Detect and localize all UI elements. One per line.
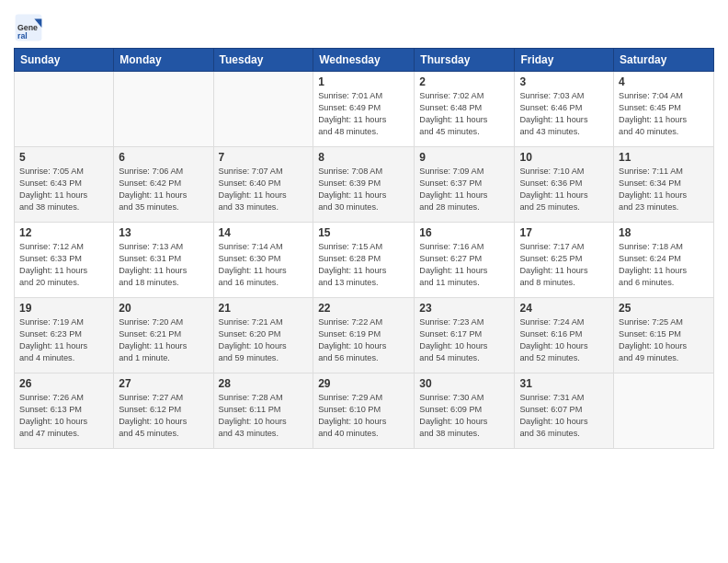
day-info: Sunrise: 7:06 AM Sunset: 6:42 PM Dayligh…: [119, 166, 208, 213]
calendar-day-22: 22Sunrise: 7:22 AM Sunset: 6:19 PM Dayli…: [313, 298, 415, 373]
day-number: 18: [619, 226, 709, 239]
day-info: Sunrise: 7:31 AM Sunset: 6:07 PM Dayligh…: [519, 392, 609, 440]
calendar-page: Gene ral SundayMondayTuesdayWednesdayThu…: [0, 0, 728, 563]
day-number: 8: [318, 151, 409, 164]
calendar-day-4: 4Sunrise: 7:04 AM Sunset: 6:45 PM Daylig…: [614, 72, 714, 147]
calendar-day-empty: [614, 373, 714, 449]
logo-icon: Gene ral: [14, 13, 43, 42]
day-number: 2: [419, 75, 509, 88]
day-info: Sunrise: 7:02 AM Sunset: 6:48 PM Dayligh…: [419, 90, 509, 138]
day-info: Sunrise: 7:27 AM Sunset: 6:12 PM Dayligh…: [119, 392, 208, 440]
header: Gene ral: [14, 9, 714, 42]
calendar-day-2: 2Sunrise: 7:02 AM Sunset: 6:48 PM Daylig…: [415, 72, 515, 147]
calendar-day-3: 3Sunrise: 7:03 AM Sunset: 6:46 PM Daylig…: [515, 72, 614, 147]
calendar-day-8: 8Sunrise: 7:08 AM Sunset: 6:39 PM Daylig…: [313, 147, 415, 223]
day-info: Sunrise: 7:13 AM Sunset: 6:31 PM Dayligh…: [119, 241, 208, 289]
day-info: Sunrise: 7:19 AM Sunset: 6:23 PM Dayligh…: [19, 316, 108, 364]
day-number: 31: [519, 377, 609, 390]
day-number: 6: [119, 151, 208, 164]
day-number: 20: [119, 302, 208, 315]
day-info: Sunrise: 7:01 AM Sunset: 6:49 PM Dayligh…: [318, 90, 409, 138]
day-number: 23: [419, 302, 509, 315]
day-number: 26: [19, 377, 108, 390]
day-info: Sunrise: 7:16 AM Sunset: 6:27 PM Dayligh…: [419, 241, 509, 289]
calendar-week-1: 1Sunrise: 7:01 AM Sunset: 6:49 PM Daylig…: [15, 72, 714, 147]
logo: Gene ral: [14, 13, 47, 42]
calendar-day-11: 11Sunrise: 7:11 AM Sunset: 6:34 PM Dayli…: [614, 147, 714, 223]
day-number: 12: [19, 226, 108, 239]
calendar-day-7: 7Sunrise: 7:07 AM Sunset: 6:40 PM Daylig…: [213, 147, 313, 223]
day-info: Sunrise: 7:14 AM Sunset: 6:30 PM Dayligh…: [219, 241, 309, 289]
day-info: Sunrise: 7:23 AM Sunset: 6:17 PM Dayligh…: [419, 316, 509, 364]
calendar-week-4: 19Sunrise: 7:19 AM Sunset: 6:23 PM Dayli…: [15, 298, 714, 373]
day-number: 10: [519, 151, 609, 164]
day-info: Sunrise: 7:09 AM Sunset: 6:37 PM Dayligh…: [419, 166, 509, 213]
day-info: Sunrise: 7:26 AM Sunset: 6:13 PM Dayligh…: [19, 392, 108, 440]
day-info: Sunrise: 7:15 AM Sunset: 6:28 PM Dayligh…: [318, 241, 409, 289]
day-number: 28: [219, 377, 309, 390]
day-info: Sunrise: 7:18 AM Sunset: 6:24 PM Dayligh…: [619, 241, 709, 289]
calendar-day-18: 18Sunrise: 7:18 AM Sunset: 6:24 PM Dayli…: [614, 223, 714, 298]
calendar-day-25: 25Sunrise: 7:25 AM Sunset: 6:15 PM Dayli…: [614, 298, 714, 373]
day-number: 13: [119, 226, 208, 239]
header-thursday: Thursday: [415, 49, 515, 72]
day-number: 21: [219, 302, 309, 315]
day-number: 3: [519, 75, 609, 88]
calendar-day-20: 20Sunrise: 7:20 AM Sunset: 6:21 PM Dayli…: [114, 298, 213, 373]
day-number: 9: [419, 151, 509, 164]
calendar-day-1: 1Sunrise: 7:01 AM Sunset: 6:49 PM Daylig…: [313, 72, 415, 147]
day-number: 7: [219, 151, 309, 164]
calendar-day-6: 6Sunrise: 7:06 AM Sunset: 6:42 PM Daylig…: [114, 147, 213, 223]
calendar-day-23: 23Sunrise: 7:23 AM Sunset: 6:17 PM Dayli…: [415, 298, 515, 373]
day-info: Sunrise: 7:21 AM Sunset: 6:20 PM Dayligh…: [219, 316, 309, 364]
calendar-day-empty: [15, 72, 114, 147]
day-info: Sunrise: 7:10 AM Sunset: 6:36 PM Dayligh…: [519, 166, 609, 213]
calendar-day-21: 21Sunrise: 7:21 AM Sunset: 6:20 PM Dayli…: [213, 298, 313, 373]
svg-text:ral: ral: [17, 31, 28, 40]
day-number: 16: [419, 226, 509, 239]
header-sunday: Sunday: [15, 49, 114, 72]
calendar-day-14: 14Sunrise: 7:14 AM Sunset: 6:30 PM Dayli…: [213, 223, 313, 298]
day-number: 30: [419, 377, 509, 390]
calendar-day-15: 15Sunrise: 7:15 AM Sunset: 6:28 PM Dayli…: [313, 223, 415, 298]
calendar-day-19: 19Sunrise: 7:19 AM Sunset: 6:23 PM Dayli…: [15, 298, 114, 373]
day-number: 4: [619, 75, 709, 88]
calendar-day-empty: [213, 72, 313, 147]
day-number: 27: [119, 377, 208, 390]
calendar-day-26: 26Sunrise: 7:26 AM Sunset: 6:13 PM Dayli…: [15, 373, 114, 449]
day-number: 25: [619, 302, 709, 315]
day-info: Sunrise: 7:04 AM Sunset: 6:45 PM Dayligh…: [619, 90, 709, 138]
day-info: Sunrise: 7:28 AM Sunset: 6:11 PM Dayligh…: [219, 392, 309, 440]
header-monday: Monday: [114, 49, 213, 72]
day-info: Sunrise: 7:17 AM Sunset: 6:25 PM Dayligh…: [519, 241, 609, 289]
day-info: Sunrise: 7:08 AM Sunset: 6:39 PM Dayligh…: [318, 166, 409, 213]
calendar-day-17: 17Sunrise: 7:17 AM Sunset: 6:25 PM Dayli…: [515, 223, 614, 298]
day-info: Sunrise: 7:12 AM Sunset: 6:33 PM Dayligh…: [19, 241, 108, 289]
day-number: 14: [219, 226, 309, 239]
day-info: Sunrise: 7:29 AM Sunset: 6:10 PM Dayligh…: [318, 392, 409, 440]
calendar-header-row: SundayMondayTuesdayWednesdayThursdayFrid…: [15, 49, 714, 72]
day-info: Sunrise: 7:05 AM Sunset: 6:43 PM Dayligh…: [19, 166, 108, 213]
calendar-day-27: 27Sunrise: 7:27 AM Sunset: 6:12 PM Dayli…: [114, 373, 213, 449]
day-info: Sunrise: 7:24 AM Sunset: 6:16 PM Dayligh…: [519, 316, 609, 364]
calendar-day-12: 12Sunrise: 7:12 AM Sunset: 6:33 PM Dayli…: [15, 223, 114, 298]
calendar-day-31: 31Sunrise: 7:31 AM Sunset: 6:07 PM Dayli…: [515, 373, 614, 449]
day-info: Sunrise: 7:03 AM Sunset: 6:46 PM Dayligh…: [519, 90, 609, 138]
calendar-week-2: 5Sunrise: 7:05 AM Sunset: 6:43 PM Daylig…: [15, 147, 714, 223]
day-info: Sunrise: 7:20 AM Sunset: 6:21 PM Dayligh…: [119, 316, 208, 364]
day-info: Sunrise: 7:25 AM Sunset: 6:15 PM Dayligh…: [619, 316, 709, 364]
header-wednesday: Wednesday: [313, 49, 415, 72]
calendar-week-5: 26Sunrise: 7:26 AM Sunset: 6:13 PM Dayli…: [15, 373, 714, 449]
calendar-day-9: 9Sunrise: 7:09 AM Sunset: 6:37 PM Daylig…: [415, 147, 515, 223]
day-number: 22: [318, 302, 409, 315]
calendar-day-30: 30Sunrise: 7:30 AM Sunset: 6:09 PM Dayli…: [415, 373, 515, 449]
calendar-day-24: 24Sunrise: 7:24 AM Sunset: 6:16 PM Dayli…: [515, 298, 614, 373]
day-number: 11: [619, 151, 709, 164]
day-number: 1: [318, 75, 409, 88]
calendar-week-3: 12Sunrise: 7:12 AM Sunset: 6:33 PM Dayli…: [15, 223, 714, 298]
calendar-day-empty: [114, 72, 213, 147]
day-info: Sunrise: 7:22 AM Sunset: 6:19 PM Dayligh…: [318, 316, 409, 364]
calendar-day-29: 29Sunrise: 7:29 AM Sunset: 6:10 PM Dayli…: [313, 373, 415, 449]
header-saturday: Saturday: [614, 49, 714, 72]
day-info: Sunrise: 7:07 AM Sunset: 6:40 PM Dayligh…: [219, 166, 309, 213]
